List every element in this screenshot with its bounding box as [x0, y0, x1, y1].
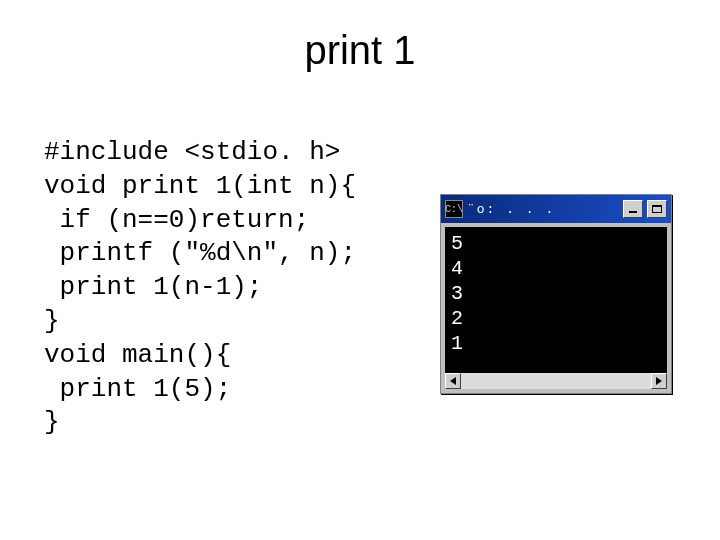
scroll-left-button[interactable]	[445, 373, 461, 389]
minimize-button[interactable]	[623, 200, 643, 218]
horizontal-scrollbar[interactable]	[445, 373, 667, 389]
system-menu-icon[interactable]: C:\	[445, 200, 463, 218]
terminal-titlebar[interactable]: C:\ ¨o: . . .	[441, 195, 671, 223]
terminal-output: 5 4 3 2 1	[445, 227, 667, 373]
code-block: #include <stdio. h> void print 1(int n){…	[44, 136, 356, 440]
terminal-title-text: ¨o: . . .	[467, 202, 555, 217]
terminal-window: C:\ ¨o: . . . 5 4 3 2 1	[440, 194, 672, 394]
scroll-right-button[interactable]	[651, 373, 667, 389]
maximize-button[interactable]	[647, 200, 667, 218]
slide-title: print 1	[0, 28, 720, 73]
scroll-track[interactable]	[461, 373, 651, 389]
